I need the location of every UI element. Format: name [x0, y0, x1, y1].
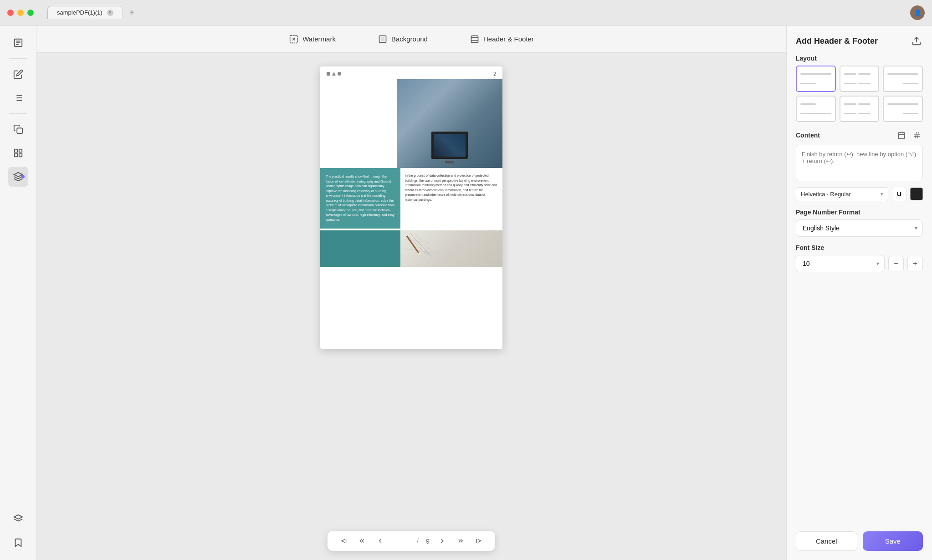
nav-next-fast-button[interactable]	[455, 535, 466, 546]
tab-title: samplePDF(1)(1)	[57, 9, 102, 16]
font-size-label: Font Size	[796, 244, 923, 251]
font-size-increase-button[interactable]: +	[907, 256, 923, 271]
layout-line	[844, 83, 856, 84]
layout-grid	[796, 66, 923, 122]
watermark-button[interactable]: Watermark	[282, 31, 343, 48]
background-button[interactable]: Background	[370, 31, 435, 48]
page-number-input[interactable]: 2	[393, 537, 410, 545]
nav-first-button[interactable]	[338, 535, 349, 546]
page-separator: /	[417, 537, 419, 545]
svg-marker-16	[14, 515, 22, 519]
layout-line	[887, 103, 918, 105]
calendar-icon[interactable]	[896, 129, 907, 141]
sidebar-icon-layers[interactable]	[8, 167, 28, 187]
layout-lines-row	[844, 103, 875, 105]
layout-line	[800, 103, 816, 105]
font-size-decrease-button[interactable]: −	[888, 256, 904, 271]
nav-next-button[interactable]	[437, 535, 448, 546]
font-size-section: Font Size 10 ▾ − +	[796, 244, 923, 272]
pdf-top-image	[397, 79, 502, 168]
background-icon	[378, 34, 388, 44]
svg-rect-20	[471, 36, 478, 42]
svg-line-39	[916, 132, 917, 138]
export-icon[interactable]	[910, 35, 923, 47]
page-number-format-section: Page Number Format English Style ▾	[796, 209, 923, 237]
content-textarea[interactable]	[796, 145, 923, 181]
sidebar-icon-copy[interactable]	[8, 119, 28, 139]
sidebar-divider-2	[9, 113, 27, 114]
pdf-header-icons	[327, 72, 341, 76]
watermark-label: Watermark	[302, 35, 336, 43]
font-size-select[interactable]: 10	[796, 255, 885, 272]
pdf-page-header: 2	[320, 66, 502, 79]
layout-line	[858, 113, 871, 114]
layout-option-5[interactable]	[840, 96, 880, 122]
page-number-format-label: Page Number Format	[796, 209, 923, 216]
new-tab-button[interactable]: +	[126, 6, 138, 19]
watermark-icon	[289, 34, 299, 44]
maximize-button[interactable]	[27, 10, 34, 16]
sidebar-icon-edit[interactable]	[8, 64, 28, 84]
tab-close-button[interactable]: ×	[107, 10, 113, 16]
panel-header: Add Header & Footer	[796, 35, 923, 47]
layout-option-1[interactable]	[796, 66, 836, 92]
svg-rect-11	[14, 149, 17, 152]
underline-label: U	[897, 190, 901, 198]
layout-option-3[interactable]	[883, 66, 923, 92]
svg-line-26	[403, 249, 437, 253]
layout-line	[800, 113, 831, 114]
color-swatch[interactable]	[910, 188, 923, 200]
nav-last-button[interactable]	[473, 535, 484, 546]
layout-line	[858, 73, 871, 75]
toolbar: Watermark Background	[36, 25, 786, 53]
svg-rect-12	[19, 149, 21, 152]
layout-line	[844, 103, 856, 105]
save-button[interactable]: Save	[863, 531, 923, 551]
pdf-teal-box-bottom	[320, 230, 400, 267]
sidebar	[0, 25, 36, 560]
header-footer-icon	[470, 34, 480, 44]
sidebar-dot	[21, 175, 25, 178]
layout-option-4[interactable]	[796, 96, 836, 122]
layout-line-row	[887, 113, 918, 114]
sidebar-icon-layers-wrapper	[8, 167, 28, 187]
tab-bar: samplePDF(1)(1) × +	[47, 6, 138, 19]
sidebar-icon-layers2[interactable]	[8, 509, 28, 529]
cancel-button[interactable]: Cancel	[796, 531, 857, 551]
nav-prev-fast-button[interactable]	[357, 535, 368, 546]
close-button[interactable]	[7, 10, 14, 16]
svg-rect-33	[898, 132, 905, 139]
hashtag-icon[interactable]	[911, 129, 923, 141]
font-size-row: 10 ▾ − +	[796, 255, 923, 272]
layout-lines-row2	[844, 113, 875, 114]
sidebar-icon-list[interactable]	[8, 88, 28, 108]
pdf-teal-text: The practical results show that: through…	[326, 175, 394, 221]
nav-prev-button[interactable]	[375, 535, 386, 546]
pdf-text-col: In the process of data collection and pr…	[400, 168, 502, 229]
font-dropdown-arrow: ▾	[881, 191, 883, 197]
minus-icon: −	[894, 260, 898, 268]
layout-section: Layout	[796, 55, 923, 122]
monitor-screen	[431, 132, 468, 159]
font-select[interactable]: Helvetica · Regular ▾	[796, 187, 888, 201]
pdf-body: The practical results show that: through…	[320, 168, 502, 229]
app-body: Watermark Background	[0, 25, 932, 560]
svg-rect-13	[14, 154, 17, 157]
layout-line	[858, 83, 871, 84]
sidebar-icon-bookmark[interactable]	[8, 533, 28, 553]
minimize-button[interactable]	[17, 10, 24, 16]
svg-rect-14	[19, 154, 21, 157]
header-footer-button[interactable]: Header & Footer	[462, 31, 541, 48]
page-number-format-select[interactable]: English Style	[796, 219, 923, 237]
layout-option-6[interactable]	[883, 96, 923, 122]
font-row: Helvetica · Regular ▾ U	[796, 187, 923, 201]
layout-option-2[interactable]	[840, 66, 880, 92]
tab-item[interactable]: samplePDF(1)(1) ×	[47, 6, 123, 19]
pdf-left-space	[320, 79, 397, 168]
action-row: Cancel Save	[796, 531, 923, 551]
sidebar-icon-grid[interactable]	[8, 143, 28, 163]
sidebar-icon-document[interactable]	[8, 33, 28, 53]
title-bar: samplePDF(1)(1) × + 👤	[0, 0, 932, 25]
svg-line-40	[918, 132, 919, 138]
underline-button[interactable]: U	[892, 187, 906, 201]
